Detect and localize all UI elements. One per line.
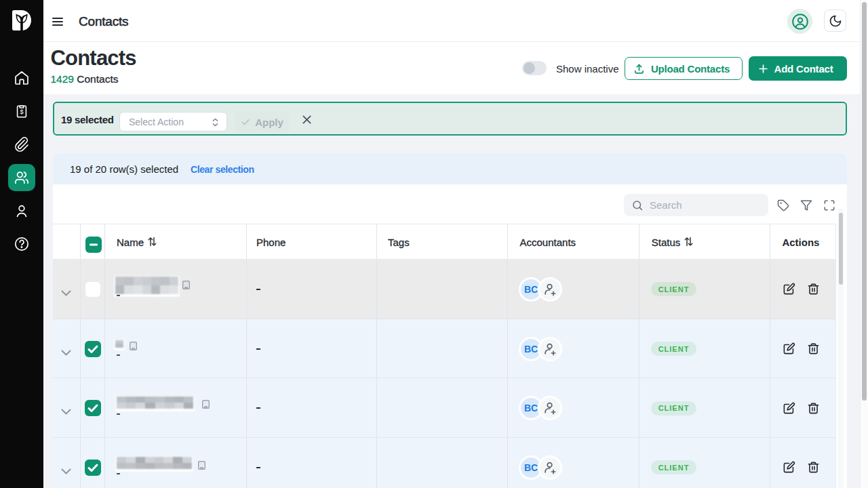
svg-text:$: $: [20, 108, 23, 115]
